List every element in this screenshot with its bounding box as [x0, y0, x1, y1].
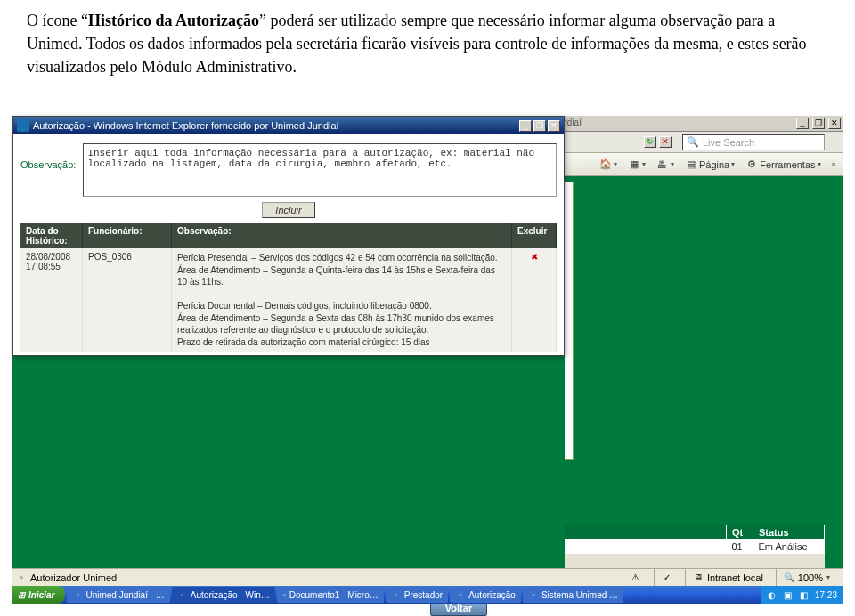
zoom-icon: 🔍: [784, 572, 794, 583]
taskbar-item-label: Sistema Unimed …: [542, 590, 618, 600]
taskbar-item-icon: ▫: [391, 589, 402, 600]
taskbar-item-label: Unimed Jundiaí - …: [86, 590, 164, 600]
background-browser-window: necido por Unimed Jundiaí _ ❐ ✕ ↻ ✕ 🔍 Li…: [12, 116, 843, 604]
taskbar-item[interactable]: ▫Autorização - Win…: [172, 587, 275, 603]
page-icon: ▤: [685, 158, 697, 171]
popup-title: Autorização - Windows Internet Explorer …: [33, 120, 339, 131]
taskbar-item-label: Prestador: [404, 590, 443, 600]
bg-maximize-button[interactable]: ❐: [812, 118, 825, 129]
observacao-label: Observação:: [20, 143, 76, 170]
search-box[interactable]: 🔍 Live Search: [682, 134, 825, 150]
autorizacao-popup: Autorização - Windows Internet Explorer …: [12, 116, 565, 356]
refresh-icon[interactable]: ↻: [644, 136, 656, 148]
bg-close-button[interactable]: ✕: [828, 118, 841, 129]
phishing-icon: ✓: [662, 572, 672, 583]
search-icon: 🔍: [687, 136, 699, 148]
historico-row: 28/08/2008 17:08:55 POS_0306 Perícia Pre…: [20, 248, 557, 352]
print-button[interactable]: 🖶▾: [653, 157, 678, 173]
taskbar-item-label: Autorização: [468, 590, 516, 600]
col-status: Status: [753, 525, 825, 539]
historico-header-row: Data do Histórico: Funcionário: Observaç…: [20, 223, 557, 248]
taskbar-item[interactable]: ▫Documento1 - Micro…: [277, 587, 384, 603]
tray-icon[interactable]: ◧: [799, 589, 810, 600]
home-icon: 🏠: [599, 158, 612, 171]
hist-cell-func: POS_0306: [83, 248, 172, 352]
historico-label: Histórico da Autorização: [88, 12, 259, 29]
green-background-band: [12, 341, 565, 568]
windows-taskbar: ⊞ Iniciar ▫Unimed Jundiaí - …▫Autorizaçã…: [12, 586, 843, 604]
start-button[interactable]: ⊞ Iniciar: [12, 586, 65, 604]
taskbar-item-icon: ▫: [455, 589, 466, 600]
taskbar-item-icon: ▫: [72, 589, 83, 600]
instruction-paragraph: O ícone “Histórico da Autorização” poder…: [0, 0, 855, 84]
bg-minimize-button[interactable]: _: [796, 118, 809, 129]
print-icon: 🖶: [656, 158, 669, 171]
page-status-icon: ▫: [16, 572, 27, 583]
popup-titlebar: Autorização - Windows Internet Explorer …: [13, 117, 564, 134]
rss-icon: ▦: [628, 158, 640, 171]
status-text: Autorizador Unimed: [30, 572, 117, 583]
hist-col-func: Funcionário:: [83, 223, 172, 248]
taskbar-item[interactable]: ▫Prestador: [386, 587, 448, 603]
hist-cell-obs: Perícia Presencial – Serviços dos código…: [172, 248, 512, 352]
hist-delete-icon[interactable]: ✖: [512, 248, 557, 352]
browser-status-bar: ▫ Autorizador Unimed ⚠ ✓ 🖥Intranet local…: [12, 568, 843, 586]
hist-col-obs: Observação:: [172, 223, 512, 248]
incluir-button[interactable]: Incluir: [262, 202, 314, 218]
tray-icon[interactable]: ▣: [783, 589, 794, 600]
taskbar-item-icon: ▫: [282, 589, 287, 600]
popup-maximize-button[interactable]: ❐: [533, 120, 546, 132]
popup-close-button[interactable]: ✕: [548, 120, 560, 132]
taskbar-item[interactable]: ▫Unimed Jundiaí - …: [67, 587, 169, 603]
system-tray: ◐ ▣ ◧ 17:23: [761, 586, 843, 604]
hist-col-data: Data do Histórico:: [20, 223, 83, 248]
taskbar-item-icon: ▫: [528, 589, 539, 600]
hist-col-excluir: Excluir: [512, 223, 557, 248]
taskbar-item[interactable]: ▫Autorização: [450, 587, 521, 603]
clock: 17:23: [815, 590, 837, 600]
taskbar-item-label: Documento1 - Micro…: [289, 590, 379, 600]
page-menu[interactable]: ▤Página ▾: [681, 157, 738, 173]
zoom-value: 100%: [798, 572, 823, 583]
more-commands[interactable]: »: [828, 158, 839, 170]
tools-menu[interactable]: ⚙Ferramentas ▾: [742, 157, 824, 173]
zone-label: Intranet local: [707, 572, 763, 583]
ie-icon: [17, 119, 29, 132]
popup-blocked-icon: ⚠: [631, 572, 641, 583]
tray-icon[interactable]: ◐: [767, 589, 778, 600]
home-button[interactable]: 🏠▾: [596, 157, 621, 173]
cell-status: Em Análise: [753, 539, 825, 554]
taskbar-item-label: Autorização - Win…: [191, 590, 270, 600]
windows-logo-icon: ⊞: [18, 590, 25, 600]
intranet-zone-icon: 🖥: [693, 572, 704, 583]
feeds-button[interactable]: ▦▾: [624, 157, 649, 173]
stop-icon[interactable]: ✕: [659, 136, 672, 148]
screenshot-region: necido por Unimed Jundiaí _ ❐ ✕ ↻ ✕ 🔍 Li…: [12, 116, 843, 604]
observacao-textarea[interactable]: [83, 143, 557, 197]
hist-cell-data: 28/08/2008 17:08:55: [20, 248, 83, 352]
col-qt: Qt: [727, 525, 753, 539]
taskbar-item-icon: ▫: [177, 589, 188, 600]
cell-qt: 01: [727, 539, 753, 554]
taskbar-item[interactable]: ▫Sistema Unimed …: [523, 587, 623, 603]
gear-icon: ⚙: [745, 158, 758, 171]
popup-minimize-button[interactable]: _: [519, 120, 532, 132]
